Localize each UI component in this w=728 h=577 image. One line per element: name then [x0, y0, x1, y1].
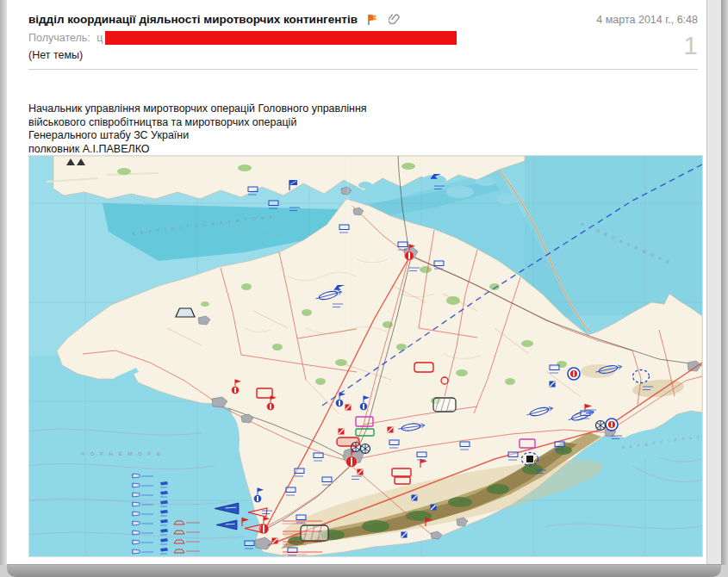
window-left-edge	[0, 0, 7, 565]
recipient-row: Получатель: ц	[28, 32, 457, 46]
email-date: 4 марта 2014 г., 6:48	[596, 14, 698, 26]
body-line: Начальник управління миротворчих операці…	[28, 102, 367, 116]
email-viewer-window: { "email": { "subject": "відділ координа…	[0, 0, 728, 577]
attached-map-image[interactable]: К А Р К І Н І Т С Ь К А З А Т О К АЧ О Р…	[28, 155, 703, 557]
paperclip-icon	[389, 13, 401, 26]
no-subject-label: (Нет темы)	[28, 49, 83, 61]
svg-text:Ч О Р Н Е М О Р Е: Ч О Р Н Е М О Р Е	[81, 451, 163, 456]
recipient-fragment: ц	[96, 32, 103, 44]
recipient-label: Получатель:	[28, 32, 90, 44]
crimea-topographic-map: К А Р К І Н І Т С Ь К А З А Т О К АЧ О Р…	[29, 156, 702, 556]
email-body: Начальник управління миротворчих операці…	[28, 102, 367, 156]
email-subject: відділ координації діяльності миротворчи…	[28, 13, 358, 26]
header-divider	[28, 69, 698, 70]
message-count: 1	[683, 31, 698, 60]
flag-icon	[366, 13, 379, 26]
redaction-bar	[105, 31, 457, 45]
body-line: полковник А.І.ПАВЕЛКО	[28, 143, 367, 157]
body-line: військового співробітництва та миротворч…	[28, 116, 367, 130]
email-content-page: відділ координації діяльності миротворчи…	[7, 0, 706, 565]
scrollbar-track[interactable]	[706, 0, 721, 565]
body-line: Генерального штабу ЗС України	[28, 129, 367, 143]
window-bottom-bar	[7, 564, 721, 577]
window-right-edge	[721, 0, 728, 565]
